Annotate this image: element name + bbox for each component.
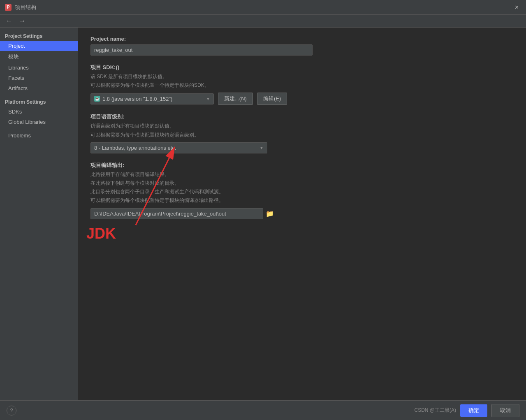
watermark: CSDN @王二黑(A) xyxy=(414,407,456,414)
language-level-section: 项目语言级别: 访语言级别为所有项目模块的默认值。 可以根据需要为每个模块配置模… xyxy=(90,113,514,153)
project-settings-label: Project Settings xyxy=(0,31,78,41)
sidebar-item-facets[interactable]: Facets xyxy=(0,73,78,83)
lang-value: 8 - Lambdas, type annotations etc. xyxy=(94,145,176,151)
sidebar: Project Settings Project 模块 Libraries Fa… xyxy=(0,28,78,400)
output-section: 项目编译输出: 此路径用于存储所有项目编译结果。 在此路径下创建与每个模块对应的… xyxy=(90,162,514,219)
title-bar: P 项目结构 × xyxy=(0,0,526,15)
close-button[interactable]: × xyxy=(512,3,521,12)
sdk-select-row: ☕ 1.8 (java version "1.8.0_152") ▼ 新建...… xyxy=(90,93,514,105)
bottom-bar: ? CSDN @王二黑(A) 确定 取消 xyxy=(0,400,526,420)
app-icon: P xyxy=(5,4,12,11)
sdk-icon: ☕ xyxy=(94,96,100,102)
project-name-label: Project name: xyxy=(90,36,514,42)
sidebar-item-global-libraries[interactable]: Global Libraries xyxy=(0,117,78,127)
sidebar-item-project[interactable]: Project xyxy=(0,41,78,51)
sdk-title: 项目 SDK:() xyxy=(90,64,514,71)
window-title: 项目结构 xyxy=(15,4,36,11)
sdk-desc1: 该 SDK 是所有项目模块的默认值。 xyxy=(90,73,514,81)
output-desc4: 可以根据需要为每个模块配置特定于模块的编译器输出路径。 xyxy=(90,197,514,204)
forward-button[interactable]: → xyxy=(16,16,28,26)
project-name-section: Project name: xyxy=(90,36,514,56)
sidebar-item-libraries[interactable]: Libraries xyxy=(0,63,78,73)
output-path-row: 📁 xyxy=(90,208,514,219)
help-button[interactable]: ? xyxy=(7,406,16,415)
lang-desc1: 访语言级别为所有项目模块的默认值。 xyxy=(90,122,514,130)
folder-button[interactable]: 📁 xyxy=(266,210,274,218)
output-desc3: 此目录分别包含两个子目录：生产和测试生产代码和测试源。 xyxy=(90,188,514,196)
lang-chevron-icon: ▼ xyxy=(260,146,264,150)
sdk-desc2: 可以根据需要为每个模块配置一个特定于模块的SDK。 xyxy=(90,81,514,89)
sdk-value: 1.8 (java version "1.8.0_152") xyxy=(102,96,172,102)
sdk-dropdown[interactable]: ☕ 1.8 (java version "1.8.0_152") ▼ xyxy=(90,93,214,104)
sidebar-item-problems[interactable]: Problems xyxy=(0,130,78,141)
sdk-chevron-icon: ▼ xyxy=(206,97,210,101)
confirm-button[interactable]: 确定 xyxy=(460,404,487,417)
toolbar: ← → xyxy=(0,15,526,28)
sdk-new-button[interactable]: 新建...(N) xyxy=(218,93,253,105)
sdk-section: 项目 SDK:() 该 SDK 是所有项目模块的默认值。 可以根据需要为每个模块… xyxy=(90,64,514,105)
output-path-input[interactable] xyxy=(90,208,263,219)
lang-desc2: 可以根据需要为每个模块配置模块特定语言级别。 xyxy=(90,131,514,139)
lang-title: 项目语言级别: xyxy=(90,113,514,121)
output-desc1: 此路径用于存储所有项目编译结果。 xyxy=(90,171,514,179)
sidebar-item-artifacts[interactable]: Artifacts xyxy=(0,83,78,93)
sidebar-item-sdks[interactable]: SDKs xyxy=(0,107,78,117)
output-title: 项目编译输出: xyxy=(90,162,514,169)
output-desc2: 在此路径下创建与每个模块对应的目录。 xyxy=(90,179,514,187)
lang-dropdown[interactable]: 8 - Lambdas, type annotations etc. ▼ xyxy=(90,142,267,153)
cancel-button[interactable]: 取消 xyxy=(491,404,519,417)
back-button[interactable]: ← xyxy=(3,16,15,26)
right-panel: Project name: 项目 SDK:() 该 SDK 是所有项目模块的默认… xyxy=(78,28,526,236)
sidebar-item-modules[interactable]: 模块 xyxy=(0,51,78,63)
project-name-input[interactable] xyxy=(90,44,313,56)
platform-settings-label: Platform Settings xyxy=(0,97,78,107)
sdk-edit-button[interactable]: 编辑(E) xyxy=(257,93,287,105)
